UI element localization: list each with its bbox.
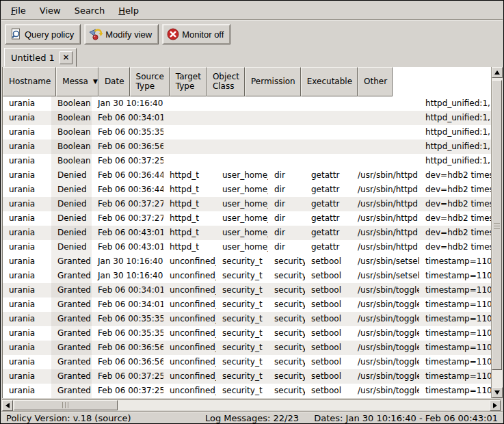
tab-close-button[interactable]: ✕ — [59, 51, 72, 64]
table-row[interactable]: urania Denied Feb 06 00:43:01 httpd_t us… — [3, 240, 491, 254]
table-row[interactable]: urania Denied Feb 06 00:36:44 httpd_t us… — [3, 168, 491, 183]
table-row[interactable]: urania Granted Feb 06 00:34:01 unconfine… — [3, 297, 491, 312]
cell-message: Granted — [51, 341, 92, 355]
cell-other: dev=hdb2 timesta — [419, 211, 491, 226]
cell-hostname: urania — [3, 269, 51, 283]
modify-view-label: Modify view — [105, 29, 152, 40]
modify-view-icon — [88, 27, 103, 41]
monitor-off-icon — [166, 27, 180, 41]
column-header[interactable]: Date — [98, 67, 130, 96]
cell-executable: /usr/sbin/httpd — [352, 240, 419, 254]
table-row[interactable]: urania Boolean Feb 06 00:34:01 httpd_uni… — [3, 111, 491, 125]
column-header[interactable]: Executable — [301, 67, 358, 96]
cell-source-type: unconfined_ — [163, 369, 216, 384]
cell-other: dev=hdb2 timesta — [419, 168, 491, 183]
cell-other: timestamp=11071 — [419, 269, 491, 283]
table-row[interactable]: urania Denied Feb 06 00:37:27 httpd_t us… — [3, 197, 491, 211]
cell-object-class: security — [268, 384, 305, 398]
menu-item[interactable]: Help — [111, 3, 146, 18]
dates-status: Dates: Jan 30 10:16:40 - Feb 06 00:43:01 — [314, 413, 498, 423]
table-row[interactable]: urania Denied Feb 06 00:36:44 httpd_t us… — [3, 183, 491, 197]
menu-item[interactable]: File — [4, 3, 33, 18]
query-policy-button[interactable]: Query policy — [5, 24, 81, 44]
table-row[interactable]: urania Granted Feb 06 00:35:35 unconfine… — [3, 312, 491, 326]
cell-date: Feb 06 00:34:01 — [92, 297, 163, 312]
vertical-scrollbar-thumb[interactable] — [492, 80, 502, 370]
table-row[interactable]: urania Granted Feb 06 00:37:25 unconfine… — [3, 369, 491, 384]
scroll-down-button[interactable] — [492, 387, 503, 398]
table-row[interactable]: urania Granted Feb 06 00:37:25 unconfine… — [3, 384, 491, 398]
cell-target-type: security_t — [216, 269, 268, 283]
horizontal-scrollbar-thumb[interactable] — [14, 400, 118, 410]
log-messages-status: Log Messages: 22/23 — [205, 413, 299, 423]
cell-message: Boolean — [51, 154, 92, 168]
cell-date: Feb 06 00:35:35 — [92, 312, 163, 326]
table-row[interactable]: urania Granted Feb 06 00:35:35 unconfine… — [3, 326, 491, 341]
scroll-down-icon — [494, 390, 500, 395]
cell-object-class: dir — [268, 168, 305, 183]
cell-object-class: security — [268, 369, 305, 384]
cell-permission: setbool — [305, 326, 352, 341]
cell-hostname: urania — [3, 183, 51, 197]
column-header[interactable]: Object Class — [207, 67, 245, 96]
horizontal-scrollbar[interactable] — [2, 399, 501, 410]
cell-permission: setbool — [305, 297, 352, 312]
cell-executable — [352, 125, 419, 140]
cell-source-type: httpd_t — [163, 211, 216, 226]
log-grid: HostnameMessa▼DateSource TypeTarget Type… — [2, 67, 491, 398]
cell-executable — [352, 111, 419, 125]
table-row[interactable]: urania Granted Jan 30 10:16:40 unconfine… — [3, 269, 491, 283]
cell-other: httpd_unified:1, h — [419, 96, 491, 111]
column-header[interactable]: Permission — [245, 67, 301, 96]
cell-permission: setbool — [305, 369, 352, 384]
cell-object-class: dir — [268, 240, 305, 254]
cell-object-class: dir — [268, 197, 305, 211]
cell-permission: setbool — [305, 341, 352, 355]
cell-date: Feb 06 00:34:01 — [92, 283, 163, 297]
cell-date: Feb 06 00:35:35 — [92, 326, 163, 341]
cell-executable: /usr/sbin/httpd — [352, 211, 419, 226]
vertical-scrollbar[interactable] — [491, 67, 502, 398]
cell-hostname: urania — [3, 312, 51, 326]
column-header[interactable]: Hostname — [3, 67, 56, 96]
table-row[interactable]: urania Granted Feb 06 00:36:56 unconfine… — [3, 341, 491, 355]
menu-item[interactable]: Search — [68, 3, 112, 18]
table-row[interactable]: urania Boolean Feb 06 00:37:25 httpd_uni… — [3, 154, 491, 168]
menu-item[interactable]: View — [33, 3, 68, 18]
cell-source-type: unconfined_ — [163, 297, 216, 312]
cell-permission: setbool — [305, 384, 352, 398]
tab-untitled-1[interactable]: Untitled 1 ✕ — [4, 48, 77, 67]
cell-permission — [305, 154, 352, 168]
cell-source-type: httpd_t — [163, 183, 216, 197]
cell-date: Feb 06 00:37:25 — [92, 154, 163, 168]
table-row[interactable]: urania Boolean Jan 30 10:16:40 httpd_uni… — [3, 96, 491, 111]
column-header[interactable]: Other — [358, 67, 393, 96]
cell-object-class: dir — [268, 226, 305, 240]
scroll-right-button[interactable] — [490, 400, 501, 411]
cell-source-type — [163, 96, 216, 111]
scroll-up-button[interactable] — [492, 67, 503, 78]
cell-source-type: unconfined_ — [163, 269, 216, 283]
modify-view-button[interactable]: Modify view — [84, 24, 159, 44]
cell-executable: /usr/sbin/httpd — [352, 168, 419, 183]
table-row[interactable]: urania Granted Jan 30 10:16:40 unconfine… — [3, 254, 491, 269]
column-header[interactable]: Source Type — [130, 67, 170, 96]
cell-message: Denied — [51, 183, 92, 197]
scroll-left-button[interactable] — [2, 400, 13, 411]
column-header[interactable]: Target Type — [170, 67, 207, 96]
table-row[interactable]: urania Granted Feb 06 00:34:01 unconfine… — [3, 283, 491, 297]
table-row[interactable]: urania Boolean Feb 06 00:35:35 httpd_uni… — [3, 125, 491, 140]
tab-label: Untitled 1 — [11, 53, 55, 63]
table-row[interactable]: urania Granted Feb 06 00:36:56 unconfine… — [3, 355, 491, 369]
cell-message: Denied — [51, 226, 92, 240]
table-row[interactable]: urania Boolean Feb 06 00:36:56 httpd_uni… — [3, 140, 491, 154]
table-row[interactable]: urania Denied Feb 06 00:37:27 httpd_t us… — [3, 211, 491, 226]
cell-message: Boolean — [51, 111, 92, 125]
table-row[interactable]: urania Denied Feb 06 00:43:01 httpd_t us… — [3, 226, 491, 240]
monitor-off-button[interactable]: Monitor off — [162, 24, 230, 44]
cell-hostname: urania — [3, 197, 51, 211]
cell-message: Granted — [51, 283, 92, 297]
cell-permission — [305, 111, 352, 125]
cell-hostname: urania — [3, 254, 51, 269]
column-header[interactable]: Messa▼ — [56, 67, 98, 96]
